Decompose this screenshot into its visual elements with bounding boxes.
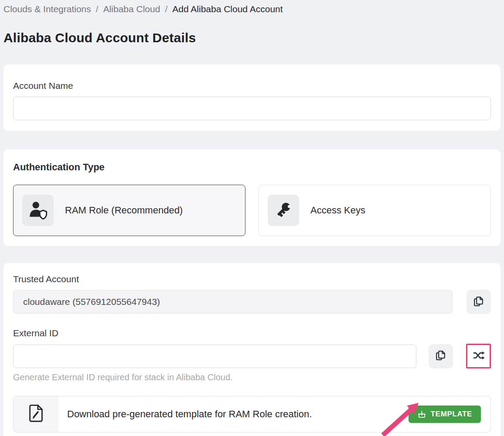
download-template-button[interactable]: TEMPLATE	[409, 406, 481, 423]
page: Clouds & Integrations / Alibaba Cloud / …	[0, 0, 504, 436]
user-shield-icon	[28, 199, 48, 221]
trusted-account-card: Trusted Account External ID	[3, 263, 501, 436]
authentication-type-card: Authentication Type RAM Role (Recommende…	[3, 149, 501, 246]
auth-option-label: Access Keys	[310, 205, 365, 216]
external-id-helper-text: Generate External ID required for stack …	[13, 372, 491, 383]
file-edit-icon	[26, 403, 46, 425]
breadcrumb: Clouds & Integrations / Alibaba Cloud / …	[3, 0, 501, 15]
authentication-type-heading: Authentication Type	[13, 161, 491, 173]
auth-option-label: RAM Role (Recommended)	[65, 205, 183, 216]
copy-icon	[473, 295, 485, 309]
trusted-account-label: Trusted Account	[13, 274, 491, 285]
account-name-label: Account Name	[13, 80, 491, 91]
page-title: Alibaba Cloud Account Details	[3, 30, 501, 46]
trusted-account-input[interactable]	[13, 290, 453, 314]
auth-icon-box	[268, 195, 299, 226]
auth-options: RAM Role (Recommended)	[13, 185, 491, 236]
breadcrumb-separator: /	[165, 3, 167, 15]
copy-trusted-account-button[interactable]	[467, 290, 491, 314]
auth-icon-box	[22, 195, 54, 226]
download-icon	[417, 410, 426, 419]
account-name-input[interactable]	[13, 97, 491, 120]
template-box: Download pre-generated template for RAM …	[13, 396, 491, 433]
copy-external-id-button[interactable]	[429, 344, 453, 368]
external-id-row	[13, 344, 491, 368]
external-id-input[interactable]	[13, 345, 416, 368]
auth-option-ram-role[interactable]: RAM Role (Recommended)	[13, 185, 245, 236]
external-id-label: External ID	[13, 328, 491, 339]
breadcrumb-separator: /	[96, 3, 99, 15]
generate-external-id-button[interactable]	[466, 344, 491, 368]
breadcrumb-alibaba-cloud[interactable]: Alibaba Cloud	[103, 3, 160, 15]
auth-option-access-keys[interactable]: Access Keys	[259, 185, 491, 236]
shuffle-icon	[472, 349, 485, 363]
breadcrumb-clouds-integrations[interactable]: Clouds & Integrations	[3, 3, 91, 15]
download-template-button-label: TEMPLATE	[431, 410, 472, 419]
template-description: Download pre-generated template for RAM …	[67, 409, 312, 420]
breadcrumb-add-account: Add Alibaba Cloud Account	[172, 3, 283, 15]
account-name-card: Account Name	[3, 64, 501, 131]
trusted-account-row	[13, 290, 491, 314]
key-icon	[274, 200, 293, 221]
template-icon-panel	[14, 396, 58, 432]
copy-icon	[435, 349, 447, 363]
